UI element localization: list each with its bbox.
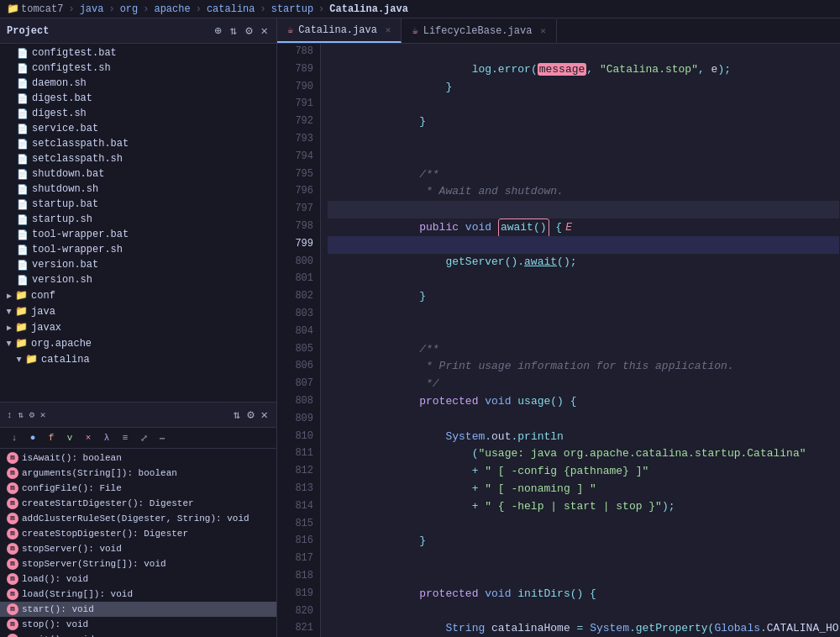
- struct-createstopdigester[interactable]: m createStopDigester(): Digester: [0, 526, 276, 541]
- sh-file-icon: 📄: [17, 154, 29, 165]
- file-shutdown-sh[interactable]: 📄 shutdown.sh: [0, 182, 276, 197]
- file-tree: 📄 configtest.bat 📄 configtest.sh 📄 daemo…: [0, 44, 276, 402]
- struct-configfile[interactable]: m configFile(): File: [0, 481, 276, 496]
- settings-icon[interactable]: ⚙: [244, 22, 254, 39]
- breadcrumb-org[interactable]: org: [120, 3, 139, 15]
- code-line: */: [328, 358, 839, 376]
- breadcrumb: 📁tomcat7 › java › org › apache › catalin…: [0, 0, 840, 18]
- method-icon: m: [7, 513, 18, 524]
- tab-catalina[interactable]: ☕ Catalina.java ✕: [277, 18, 402, 43]
- breadcrumb-startup[interactable]: startup: [271, 3, 313, 15]
- struct-addclusterruleset[interactable]: m addClusterRuleSet(Digester, String): v…: [0, 511, 276, 526]
- structure-icons-row: ↓ ● f v × λ ≡ ⤢ ⋯: [0, 428, 276, 449]
- bat-file-icon: 📄: [17, 48, 29, 59]
- struct-more-icon[interactable]: ⋯: [155, 430, 170, 445]
- method-icon: m: [7, 528, 18, 540]
- code-line: [328, 393, 839, 411]
- code-line: [328, 306, 839, 324]
- struct-expand-icon[interactable]: ⤢: [136, 430, 151, 445]
- file-digest-sh[interactable]: 📄 digest.sh: [0, 106, 276, 121]
- file-configtest-sh[interactable]: 📄 configtest.sh: [0, 61, 276, 76]
- method-icon: m: [7, 558, 18, 570]
- breadcrumb-apache[interactable]: apache: [154, 3, 190, 15]
- folder-conf[interactable]: ▶ 📁 conf: [0, 287, 276, 303]
- breadcrumb-java[interactable]: java: [80, 3, 104, 15]
- add-icon[interactable]: ⊕: [213, 22, 223, 39]
- struct-v-icon[interactable]: v: [62, 430, 77, 445]
- code-line: ("usage: java org.apache.catalina.startu…: [328, 429, 839, 446]
- struct-sort-icon[interactable]: ⇅: [232, 406, 242, 424]
- struct-down-icon[interactable]: ↓: [7, 430, 22, 445]
- sh-file-icon: 📄: [17, 214, 29, 225]
- struct-f-icon[interactable]: f: [44, 430, 59, 445]
- folder-icon: 📁: [25, 353, 38, 366]
- sh-file-icon: 📄: [17, 78, 29, 89]
- file-service-bat[interactable]: 📄 service.bat: [0, 121, 276, 136]
- struct-load[interactable]: m load(): void: [0, 571, 276, 587]
- method-icon: m: [7, 497, 18, 509]
- bat-file-icon: 📄: [17, 229, 29, 240]
- folder-orgapache[interactable]: ▶ 📁 org.apache: [0, 335, 276, 351]
- struct-await[interactable]: m await(): void: [0, 632, 276, 637]
- file-setclasspath-sh[interactable]: 📄 setclasspath.sh: [0, 151, 276, 166]
- struct-x-icon[interactable]: ×: [81, 430, 96, 445]
- file-toolwrapper-bat[interactable]: 📄 tool-wrapper.bat: [0, 227, 276, 242]
- code-line: getServer().await();: [328, 236, 839, 254]
- struct-isawait[interactable]: m isAwait(): boolean: [0, 450, 276, 466]
- line-numbers: 788 789 790 791 792 793 794 795 796 797 …: [277, 44, 321, 637]
- method-icon: m: [7, 452, 18, 464]
- folder-arrow-icon: ▶: [14, 356, 24, 361]
- file-toolwrapper-sh[interactable]: 📄 tool-wrapper.sh: [0, 242, 276, 257]
- struct-circle-icon[interactable]: ●: [25, 430, 40, 445]
- tab-close-lifecyclebase[interactable]: ✕: [540, 25, 546, 36]
- code-line: }: [328, 271, 839, 288]
- breadcrumb-catalina[interactable]: catalina: [207, 3, 255, 15]
- file-startup-bat[interactable]: 📄 startup.bat: [0, 197, 276, 212]
- bat-file-icon: 📄: [17, 93, 29, 104]
- sidebar: Project ⊕ ⇅ ⚙ ✕ 📄 configtest.bat 📄 confi…: [0, 18, 277, 637]
- structure-list: m isAwait(): boolean m arguments(String[…: [0, 449, 276, 637]
- struct-settings-icon[interactable]: ⚙: [245, 406, 255, 424]
- struct-createstartdigester[interactable]: m createStartDigester(): Digester: [0, 496, 276, 511]
- code-line: if (catalinaHome == null) {: [328, 620, 839, 637]
- file-configtest-bat[interactable]: 📄 configtest.bat: [0, 45, 276, 61]
- sort-icon[interactable]: ⇅: [228, 22, 239, 39]
- folder-catalina[interactable]: ▶ 📁 catalina: [0, 351, 276, 367]
- bat-file-icon: 📄: [17, 169, 29, 180]
- code-line: + " { -help | start | stop }");: [328, 481, 839, 498]
- file-shutdown-bat[interactable]: 📄 shutdown.bat: [0, 166, 276, 182]
- project-label: Project: [7, 25, 207, 37]
- method-icon: m: [7, 588, 18, 600]
- struct-stopserver-string[interactable]: m stopServer(String[]): void: [0, 556, 276, 571]
- file-daemon-sh[interactable]: 📄 daemon.sh: [0, 76, 276, 91]
- code-line: public void await() {E: [328, 201, 839, 218]
- code-content[interactable]: log.error(message, "Catalina.stop", e); …: [321, 44, 840, 637]
- struct-start[interactable]: m start(): void: [0, 602, 276, 617]
- editor-area: ☕ Catalina.java ✕ ☕ LifecycleBase.java ✕…: [277, 18, 840, 637]
- tab-close-catalina[interactable]: ✕: [386, 24, 391, 35]
- file-version-sh[interactable]: 📄 version.sh: [0, 272, 276, 287]
- structure-toolbar: ↕ ⇅ ⚙ ✕ ⇅ ⚙ ✕: [0, 403, 276, 428]
- code-line: [328, 131, 839, 149]
- struct-lambda-icon[interactable]: λ: [99, 430, 114, 445]
- code-editor[interactable]: 788 789 790 791 792 793 794 795 796 797 …: [277, 44, 840, 637]
- struct-stopserver[interactable]: m stopServer(): void: [0, 541, 276, 556]
- method-icon: m: [7, 573, 18, 585]
- folder-javax[interactable]: ▶ 📁 javax: [0, 319, 276, 335]
- struct-close-icon[interactable]: ✕: [260, 406, 270, 424]
- folder-java[interactable]: ▶ 📁 java: [0, 303, 276, 319]
- struct-arguments[interactable]: m arguments(String[]): boolean: [0, 466, 276, 481]
- tab-lifecyclebase[interactable]: ☕ LifecycleBase.java ✕: [402, 19, 556, 42]
- file-version-bat[interactable]: 📄 version.bat: [0, 257, 276, 272]
- close-icon[interactable]: ✕: [260, 22, 270, 39]
- struct-load-string[interactable]: m load(String[]): void: [0, 587, 276, 602]
- file-setclasspath-bat[interactable]: 📄 setclasspath.bat: [0, 136, 276, 151]
- breadcrumb-file: Catalina.java: [329, 3, 408, 15]
- breadcrumb-tomcat[interactable]: 📁tomcat7: [7, 3, 63, 15]
- file-digest-bat[interactable]: 📄 digest.bat: [0, 91, 276, 106]
- file-startup-sh[interactable]: 📄 startup.sh: [0, 212, 276, 227]
- struct-list-icon[interactable]: ≡: [118, 430, 133, 445]
- struct-stop[interactable]: m stop(): void: [0, 617, 276, 632]
- sh-file-icon: 📄: [17, 108, 29, 119]
- code-line: [328, 218, 839, 236]
